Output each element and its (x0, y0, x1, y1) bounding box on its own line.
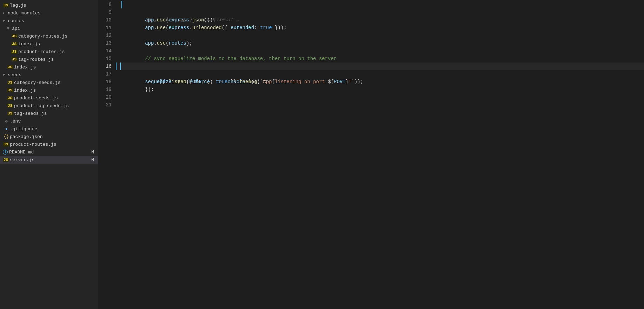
line-number-21: 21 (98, 101, 112, 109)
line-number-17: 17 (98, 70, 112, 78)
code-line-8: You, 5 days ago • initial commit … (121, 1, 644, 8)
sidebar-item-label: product-routes.js (18, 49, 65, 54)
sidebar-item-package-json[interactable]: {} package.json (0, 133, 98, 140)
sidebar-item-routes-index[interactable]: JS index.js (0, 63, 98, 71)
code-editor[interactable]: 8 9 10 11 12 13 14 15 16 17 18 19 20 21 … (98, 0, 644, 309)
js-file-icon: JS (7, 88, 14, 93)
chevron-down-icon: ∨ (3, 19, 7, 23)
chevron-down-icon: ∨ (3, 73, 7, 77)
file-explorer: JS Tag.js › node_modules ∨ routes ∨ api … (0, 0, 98, 309)
js-file-icon: JS (7, 111, 14, 116)
sidebar-item-label: routes (8, 18, 24, 24)
code-line-14: // sync sequelize models to the database… (121, 47, 644, 55)
sidebar-item-tag-js[interactable]: JS Tag.js (0, 1, 98, 9)
code-line-12: app.use(routes); (121, 32, 644, 39)
js-file-icon: JS (3, 142, 10, 147)
js-file-icon: JS (11, 57, 18, 62)
sidebar-item-label: category-seeds.js (14, 80, 61, 85)
sidebar-item-seeds-index[interactable]: JS index.js (0, 86, 98, 94)
sidebar-item-index-routes[interactable]: JS index.js (0, 40, 98, 48)
code-line-13 (121, 39, 644, 47)
sidebar-item-env[interactable]: ⚙ .env (0, 117, 98, 125)
modified-badge: M (91, 157, 94, 163)
js-file-icon: JS (7, 103, 14, 108)
sidebar-item-label: api (12, 26, 20, 31)
sidebar-item-seeds[interactable]: ∨ seeds (0, 71, 98, 79)
js-file-icon: JS (3, 3, 10, 8)
sidebar-item-api[interactable]: ∨ api (0, 25, 98, 32)
line-number-10: 10 (98, 16, 112, 24)
sidebar-item-product-routes[interactable]: JS product-routes.js (0, 48, 98, 55)
sidebar-item-gitignore[interactable]: ◆ .gitignore (0, 125, 98, 133)
code-line-16: sequelize.sync({ force: true }).then(() … (121, 63, 644, 70)
sidebar-item-tag-routes[interactable]: JS tag-routes.js (0, 55, 98, 63)
line-number-15: 15 (98, 55, 112, 63)
code-line-17: app.listen(PORT, () => console.log(`App … (121, 70, 644, 78)
code-line-19 (121, 86, 644, 93)
line-number-8: 8 (98, 1, 112, 8)
sidebar-item-label: .env (10, 119, 21, 124)
js-file-icon: JS (7, 96, 14, 100)
line-number-14: 14 (98, 47, 112, 55)
gear-icon: ⚙ (3, 119, 10, 124)
line-number-12: 12 (98, 32, 112, 39)
code-line-9: app.use(express.json()); (121, 8, 644, 16)
line-number-19: 19 (98, 86, 112, 93)
line-number-11: 11 (98, 24, 112, 32)
sidebar-item-server-js[interactable]: JS server.js M (0, 156, 98, 164)
js-file-icon: JS (7, 65, 14, 70)
sidebar-item-label: index.js (14, 65, 36, 70)
sidebar-item-product-routes-root[interactable]: JS product-routes.js (0, 140, 98, 148)
line-numbers: 8 9 10 11 12 13 14 15 16 17 18 19 20 21 (98, 0, 116, 309)
modified-badge: M (91, 150, 94, 155)
line-number-9: 9 (98, 8, 112, 16)
code-line-21 (121, 101, 644, 109)
line-number-16: 16 (98, 63, 112, 70)
sidebar-item-category-seeds[interactable]: JS category-seeds.js (0, 79, 98, 86)
braces-icon: {} (3, 134, 10, 139)
diamond-icon: ◆ (3, 127, 10, 131)
js-file-icon: JS (11, 49, 18, 54)
sidebar-item-label: product-seeds.js (14, 96, 58, 101)
sidebar-item-label: .gitignore (10, 126, 37, 132)
chevron-right-icon: › (3, 11, 7, 15)
sidebar-item-readme[interactable]: i README.md M (0, 148, 98, 156)
sidebar-item-routes[interactable]: ∨ routes (0, 17, 98, 25)
sidebar-item-label: tag-routes.js (18, 57, 54, 62)
git-blame-text: You, 5 days ago • initial commit … (143, 17, 239, 22)
sidebar-item-label: index.js (18, 41, 40, 47)
line-number-13: 13 (98, 39, 112, 47)
sidebar-item-label: server.js (10, 157, 34, 163)
js-file-icon: JS (11, 41, 18, 46)
js-file-icon: JS (3, 157, 10, 162)
sidebar-item-label: node_modules (8, 11, 41, 16)
sidebar-item-label: Tag.js (10, 3, 26, 8)
js-file-icon: JS (7, 80, 14, 85)
chevron-down-icon: ∨ (7, 26, 11, 31)
sidebar-item-label: tag-seeds.js (14, 111, 47, 116)
sidebar-item-category-routes[interactable]: JS category-routes.js (0, 32, 98, 40)
sidebar-item-product-seeds[interactable]: JS product-seeds.js (0, 94, 98, 102)
line-number-20: 20 (98, 93, 112, 101)
sidebar-item-label: product-tag-seeds.js (14, 103, 69, 109)
sidebar-item-label: index.js (14, 88, 36, 93)
code-content[interactable]: You, 5 days ago • initial commit … app.u… (116, 0, 644, 309)
sidebar-item-label: README.md (9, 150, 34, 155)
sidebar-item-node-modules[interactable]: › node_modules (0, 9, 98, 17)
sidebar-item-label: seeds (8, 72, 21, 78)
sidebar-item-product-tag-seeds[interactable]: JS product-tag-seeds.js (0, 102, 98, 110)
js-file-icon: JS (11, 34, 18, 39)
sidebar-item-tag-seeds[interactable]: JS tag-seeds.js (0, 110, 98, 117)
sidebar-item-label: package.json (10, 134, 43, 139)
sidebar-item-label: category-routes.js (18, 34, 67, 39)
info-icon: i (3, 150, 8, 154)
line-number-18: 18 (98, 78, 112, 86)
code-line-20 (121, 93, 644, 101)
sidebar-item-label: product-routes.js (10, 142, 57, 147)
